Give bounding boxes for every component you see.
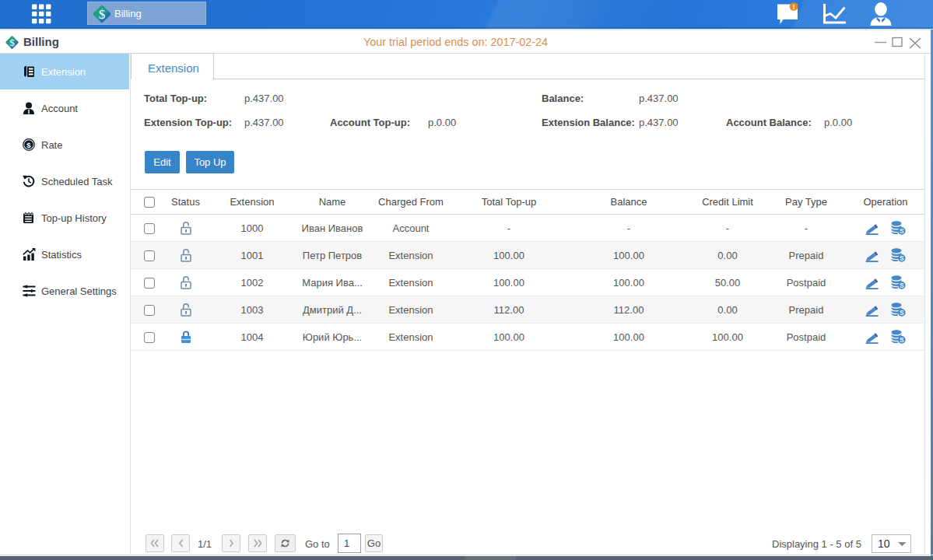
svg-text:$: $ — [9, 37, 15, 48]
svg-text:$: $ — [26, 141, 31, 149]
svg-text:$: $ — [99, 7, 106, 22]
svg-text:!: ! — [793, 3, 795, 11]
